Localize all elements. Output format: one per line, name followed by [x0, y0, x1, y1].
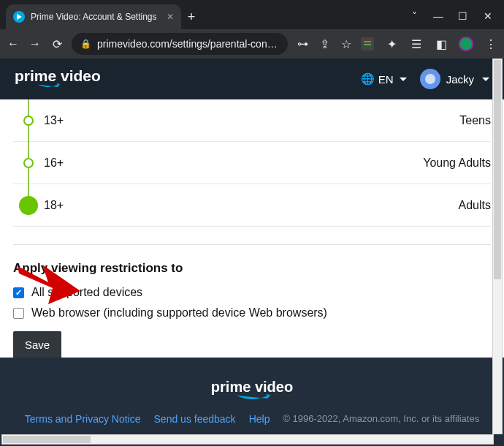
footer-logo-text: prime video — [211, 379, 293, 394]
chevron-down-icon — [482, 78, 489, 81]
vertical-scrollbar[interactable] — [492, 58, 503, 434]
profile-avatar-icon[interactable] — [459, 37, 473, 51]
back-button[interactable]: ← — [6, 37, 20, 50]
rating-audience: Young Adults — [423, 156, 491, 170]
new-tab-button[interactable]: + — [181, 4, 202, 29]
checkbox-label: All supported devices — [31, 286, 142, 299]
reload-button[interactable]: ⟳ — [50, 37, 64, 51]
checkbox-all-devices[interactable]: All supported devices — [13, 286, 491, 299]
save-button[interactable]: Save — [13, 331, 61, 358]
user-name: Jacky — [446, 73, 474, 86]
rating-row[interactable]: 16+ Young Adults — [13, 142, 491, 184]
globe-icon: 🌐 — [361, 72, 375, 86]
checkbox-input[interactable] — [13, 287, 24, 298]
extensions-icon[interactable]: ✦ — [384, 37, 399, 51]
main-content: 13+ Teens 16+ Young Adults 18+ Adults Ap… — [0, 99, 504, 358]
user-menu[interactable]: Jacky — [420, 69, 489, 89]
share-icon[interactable]: ⇪ — [317, 37, 332, 51]
rating-indicator — [23, 158, 34, 168]
site-header: prime video 🌐 EN Jacky — [0, 58, 504, 99]
rating-audience: Adults — [459, 199, 491, 212]
footer-link-terms[interactable]: Terms and Privacy Notice — [25, 413, 141, 425]
extension-icon-1[interactable] — [361, 37, 374, 50]
browser-titlebar: Prime Video: Account & Settings ✕ + ˅ — … — [0, 0, 504, 29]
url-text: primevideo.com/settings/parental-cont… — [97, 38, 279, 50]
kebab-menu-icon[interactable]: ⋮ — [484, 37, 498, 51]
checkbox-label: Web browser (including supported device … — [31, 306, 327, 320]
restrictions-title: Apply viewing restrictions to — [13, 261, 491, 276]
rating-age: 13+ — [44, 114, 64, 127]
horizontal-scrollbar[interactable] — [1, 434, 494, 445]
browser-tab[interactable]: Prime Video: Account & Settings ✕ — [6, 4, 181, 29]
rating-audience: Teens — [459, 114, 491, 127]
footer-link-help[interactable]: Help — [249, 413, 270, 425]
rating-list: 13+ Teens 16+ Young Adults 18+ Adults — [13, 99, 491, 227]
window-minimize-icon[interactable]: — — [433, 10, 442, 22]
footer-link-feedback[interactable]: Send us feedback — [154, 413, 236, 425]
tab-title: Prime Video: Account & Settings — [31, 12, 161, 22]
panel-icon[interactable]: ◧ — [434, 37, 448, 51]
browser-toolbar: ← → ⟳ 🔒 primevideo.com/settings/parental… — [0, 29, 504, 58]
tab-close-icon[interactable]: ✕ — [167, 12, 174, 22]
bookmark-star-icon[interactable]: ☆ — [339, 37, 354, 51]
checkbox-web-browser[interactable]: Web browser (including supported device … — [13, 306, 491, 320]
url-bar[interactable]: 🔒 primevideo.com/settings/parental-cont… — [72, 33, 288, 55]
rating-indicator-selected — [19, 196, 38, 215]
language-label: EN — [378, 73, 394, 86]
logo-text: prime video — [15, 68, 101, 83]
tab-favicon — [13, 11, 25, 23]
lock-icon: 🔒 — [80, 39, 91, 49]
svg-marker-0 — [17, 14, 22, 20]
window-dropdown-icon[interactable]: ˅ — [412, 10, 417, 22]
password-key-icon[interactable]: ⊶ — [295, 37, 310, 50]
rating-row[interactable]: 18+ Adults — [13, 184, 491, 227]
rating-row[interactable]: 13+ Teens — [13, 99, 491, 142]
window-close-icon[interactable]: ✕ — [484, 10, 492, 22]
prime-video-logo[interactable]: prime video — [15, 68, 101, 91]
window-maximize-icon[interactable]: ☐ — [458, 10, 467, 22]
chevron-down-icon — [400, 78, 407, 81]
rating-indicator — [23, 116, 34, 126]
reading-list-icon[interactable]: ☰ — [409, 37, 424, 51]
user-avatar-icon — [420, 69, 440, 89]
site-footer: prime video Terms and Privacy Notice Sen… — [0, 358, 504, 446]
footer-logo[interactable]: prime video — [211, 379, 293, 403]
rating-age: 16+ — [44, 156, 64, 170]
footer-copyright: © 1996-2022, Amazon.com, Inc. or its aff… — [283, 413, 479, 424]
checkbox-input[interactable] — [13, 308, 24, 319]
rating-age: 18+ — [44, 199, 64, 212]
forward-button[interactable]: → — [28, 37, 42, 50]
language-selector[interactable]: 🌐 EN — [361, 72, 407, 86]
